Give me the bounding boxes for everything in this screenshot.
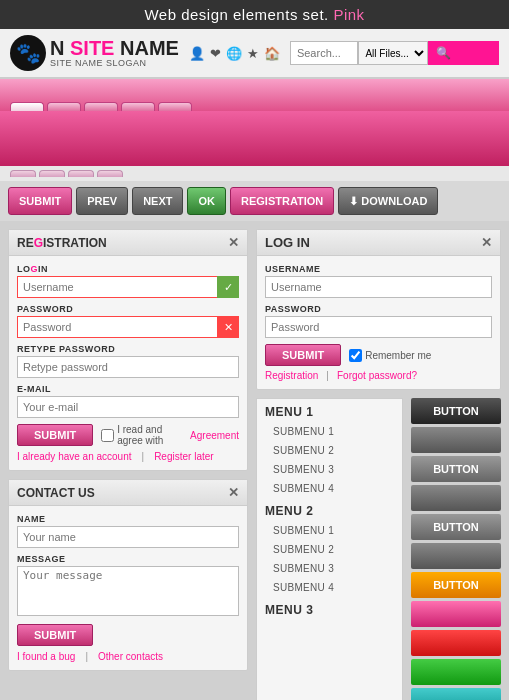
login-submit-row: SUBMIT Remember me bbox=[265, 344, 492, 366]
login-panel-header: LOG IN ✕ bbox=[257, 230, 500, 256]
email-input[interactable] bbox=[17, 396, 239, 418]
registration-panel-header: REGISTRATION ✕ bbox=[9, 230, 247, 256]
login-close[interactable]: ✕ bbox=[481, 235, 492, 250]
nav-tab-4[interactable] bbox=[121, 102, 155, 111]
nav-tab-1[interactable] bbox=[10, 102, 44, 111]
menu1-item2[interactable]: SUBMENU 2 bbox=[257, 441, 402, 460]
sub-nav-tab-1[interactable] bbox=[10, 170, 36, 177]
nav-tab-5[interactable] bbox=[158, 102, 192, 111]
have-account-link[interactable]: I already have an account bbox=[17, 451, 132, 462]
menu2-item3[interactable]: SUBMENU 3 bbox=[257, 559, 402, 578]
btn-red[interactable] bbox=[411, 630, 501, 656]
bug-link[interactable]: I found a bug bbox=[17, 651, 75, 662]
heart-icon[interactable]: ❤ bbox=[210, 46, 221, 61]
search-input[interactable] bbox=[290, 41, 359, 65]
btn-gray-3[interactable] bbox=[411, 485, 501, 511]
logo-area: 🐾 N SITE NAME SITE NAME SLOGAN bbox=[10, 35, 179, 71]
btn-green[interactable] bbox=[411, 659, 501, 685]
next-button[interactable]: NEXT bbox=[132, 187, 183, 215]
ok-button[interactable]: OK bbox=[187, 187, 226, 215]
login-password-input[interactable] bbox=[265, 316, 492, 338]
banner-text: Web design elements set. bbox=[144, 6, 328, 23]
header: 🐾 N SITE NAME SITE NAME SLOGAN 👤 ❤ 🌐 ★ 🏠… bbox=[0, 29, 509, 79]
retype-label: RETYPE PASSWORD bbox=[17, 344, 239, 354]
password-error-icon: ✕ bbox=[217, 316, 239, 338]
registration-title: REGISTRATION bbox=[17, 236, 107, 250]
header-icons: 👤 ❤ 🌐 ★ 🏠 bbox=[189, 46, 280, 61]
site-name: N SITE NAME bbox=[50, 38, 179, 58]
contact-submit-row: SUBMIT bbox=[17, 624, 239, 646]
banner-pink: Pink bbox=[329, 6, 365, 23]
forgot-password-link[interactable]: Forgot password? bbox=[337, 370, 417, 381]
nav-tabs bbox=[0, 79, 509, 111]
submit-button[interactable]: SUBMIT bbox=[8, 187, 72, 215]
email-label: E-MAIL bbox=[17, 384, 239, 394]
contact-name-group: NAME bbox=[17, 514, 239, 548]
agreement-checkbox-label[interactable]: I read and agree with Agreement bbox=[101, 424, 239, 446]
right-column: LOG IN ✕ USERNAME PASSWORD SUBMIT Rememb… bbox=[256, 229, 501, 700]
logo-icon: 🐾 bbox=[10, 35, 46, 71]
register-later-link[interactable]: Register later bbox=[154, 451, 213, 462]
login-submit-button[interactable]: SUBMIT bbox=[265, 344, 341, 366]
sub-nav bbox=[0, 166, 509, 181]
search-area: All Files... 🔍 bbox=[290, 41, 499, 65]
login-username-input[interactable] bbox=[265, 276, 492, 298]
site-name-pink: SITE bbox=[70, 37, 120, 59]
contact-panel: CONTACT US ✕ NAME MESSAGE SUBMIT I found… bbox=[8, 479, 248, 671]
menu2-item1[interactable]: SUBMENU 1 bbox=[257, 521, 402, 540]
btn-teal[interactable] bbox=[411, 688, 501, 700]
agreement-link[interactable]: Agreement bbox=[190, 430, 239, 441]
star-icon[interactable]: ★ bbox=[247, 46, 259, 61]
search-button[interactable]: 🔍 bbox=[428, 41, 499, 65]
login-panel: LOG IN ✕ USERNAME PASSWORD SUBMIT Rememb… bbox=[256, 229, 501, 390]
download-button[interactable]: ⬇ DOWNLOAD bbox=[338, 187, 438, 215]
btn-gray-2[interactable]: BUTTON bbox=[411, 456, 501, 482]
registration-close[interactable]: ✕ bbox=[228, 235, 239, 250]
contact-name-input[interactable] bbox=[17, 526, 239, 548]
btn-gray-1[interactable] bbox=[411, 427, 501, 453]
globe-icon[interactable]: 🌐 bbox=[226, 46, 242, 61]
contact-body: NAME MESSAGE SUBMIT I found a bug | Othe… bbox=[9, 506, 247, 670]
reg-submit-button[interactable]: SUBMIT bbox=[17, 424, 93, 446]
sub-nav-tab-4[interactable] bbox=[97, 170, 123, 177]
remember-me-checkbox[interactable] bbox=[349, 349, 362, 362]
login-input[interactable] bbox=[17, 276, 218, 298]
sub-nav-tab-3[interactable] bbox=[68, 170, 94, 177]
btn-gray-5[interactable] bbox=[411, 543, 501, 569]
contact-submit-button[interactable]: SUBMIT bbox=[17, 624, 93, 646]
action-buttons-row: SUBMIT PREV NEXT OK REGISTRATION ⬇ DOWNL… bbox=[0, 181, 509, 221]
registration-button[interactable]: REGISTRATION bbox=[230, 187, 334, 215]
agreement-checkbox[interactable] bbox=[101, 429, 114, 442]
login-body: USERNAME PASSWORD SUBMIT Remember me Reg… bbox=[257, 256, 500, 389]
menu1-item3[interactable]: SUBMENU 3 bbox=[257, 460, 402, 479]
remember-me-label[interactable]: Remember me bbox=[349, 349, 431, 362]
registration-link[interactable]: Registration bbox=[265, 370, 318, 381]
btn-dark[interactable]: BUTTON bbox=[411, 398, 501, 424]
menu2-item4[interactable]: SUBMENU 4 bbox=[257, 578, 402, 597]
btn-orange[interactable]: BUTTON bbox=[411, 572, 501, 598]
contact-message-input[interactable] bbox=[17, 566, 239, 616]
user-icon[interactable]: 👤 bbox=[189, 46, 205, 61]
menu2-item2[interactable]: SUBMENU 2 bbox=[257, 540, 402, 559]
btn-gray-4[interactable]: BUTTON bbox=[411, 514, 501, 540]
menu1-item1[interactable]: SUBMENU 1 bbox=[257, 422, 402, 441]
nav-tab-3[interactable] bbox=[84, 102, 118, 111]
pink-banner bbox=[0, 111, 509, 166]
contact-close[interactable]: ✕ bbox=[228, 485, 239, 500]
search-filter[interactable]: All Files... bbox=[358, 41, 428, 65]
top-banner: Web design elements set. Pink bbox=[0, 0, 509, 29]
contact-links: I found a bug | Other contacts bbox=[17, 651, 239, 662]
registration-panel: REGISTRATION ✕ LOGIN ✓ PASSWORD bbox=[8, 229, 248, 471]
nav-tab-2[interactable] bbox=[47, 102, 81, 111]
other-contacts-link[interactable]: Other contacts bbox=[98, 651, 163, 662]
retype-input[interactable] bbox=[17, 356, 239, 378]
menu1-title: MENU 1 bbox=[257, 399, 402, 422]
sub-nav-tab-2[interactable] bbox=[39, 170, 65, 177]
password-input[interactable] bbox=[17, 316, 218, 338]
login-password-group: PASSWORD bbox=[265, 304, 492, 338]
menu1-item4[interactable]: SUBMENU 4 bbox=[257, 479, 402, 498]
prev-button[interactable]: PREV bbox=[76, 187, 128, 215]
main-content: REGISTRATION ✕ LOGIN ✓ PASSWORD bbox=[0, 221, 509, 700]
home-icon[interactable]: 🏠 bbox=[264, 46, 280, 61]
btn-pink[interactable] bbox=[411, 601, 501, 627]
